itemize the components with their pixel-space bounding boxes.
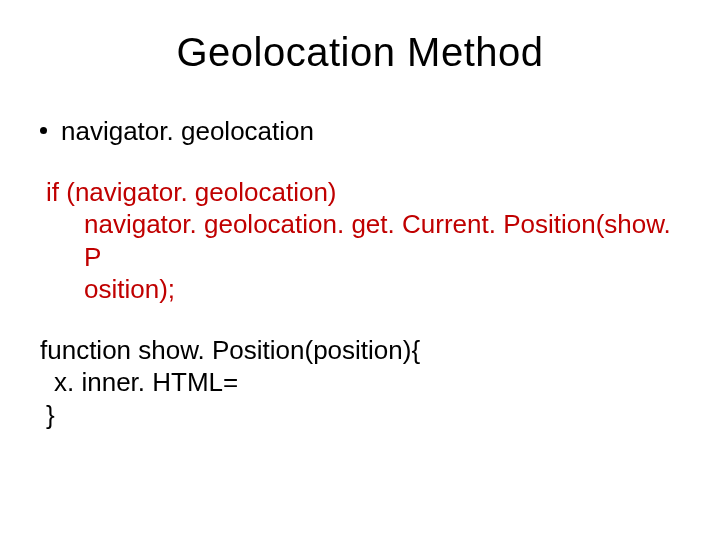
code-red-line2a: navigator. geolocation. get. Current. Po… [46,208,680,273]
code-black-line2: x. inner. HTML= [40,366,680,399]
code-red-line1: if (navigator. geolocation) [46,177,337,207]
code-black-line3: } [40,399,680,432]
code-black-block: function show. Position(position){ x. in… [40,334,680,432]
code-red-block: if (navigator. geolocation) navigator. g… [46,176,680,306]
slide-body: navigator. geolocation if (navigator. ge… [40,115,680,431]
slide-title: Geolocation Method [40,30,680,75]
bullet-icon [40,127,47,134]
code-black-line1: function show. Position(position){ [40,334,680,367]
slide: Geolocation Method navigator. geolocatio… [0,0,720,540]
bullet-item: navigator. geolocation [40,115,680,148]
code-red-line2b: osition); [46,273,680,306]
bullet-text: navigator. geolocation [61,115,314,148]
